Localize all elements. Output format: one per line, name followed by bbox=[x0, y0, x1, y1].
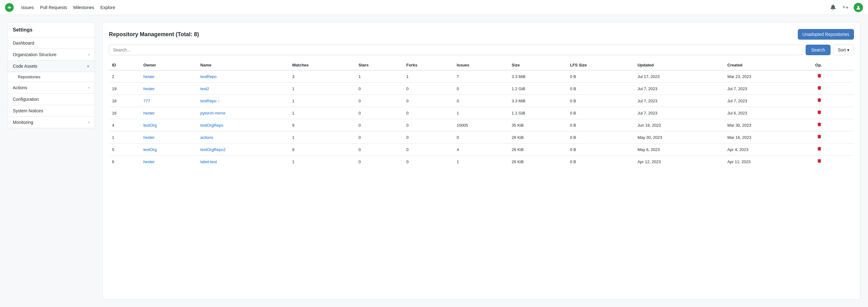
nav-explore[interactable]: Explore bbox=[100, 5, 115, 10]
sidebar-item-organization-structure[interactable]: Organization Structure › bbox=[8, 49, 95, 61]
cell-name: test2 bbox=[197, 83, 289, 95]
cell-stars: 0 bbox=[355, 107, 403, 119]
cell-created: Apr 11, 2023 bbox=[724, 156, 812, 168]
app-logo[interactable] bbox=[5, 3, 14, 12]
fork-icon: ⑂ bbox=[218, 99, 220, 103]
sidebar-item-dashboard[interactable]: Dashboard bbox=[8, 37, 95, 49]
repo-link[interactable]: actions bbox=[200, 135, 213, 140]
nav-right: + bbox=[829, 3, 863, 12]
cell-issues: 1 bbox=[454, 156, 508, 168]
repo-link[interactable]: testOrgRepo2 bbox=[200, 147, 225, 152]
delete-button[interactable] bbox=[815, 85, 824, 92]
owner-link[interactable]: hester bbox=[143, 111, 154, 116]
main-content: Repository Management (Total: 8) Unadopt… bbox=[102, 23, 861, 300]
repo-link[interactable]: testOrgRepo bbox=[200, 123, 223, 128]
owner-link[interactable]: 777 bbox=[143, 99, 150, 103]
delete-button[interactable] bbox=[815, 73, 824, 80]
delete-button[interactable] bbox=[815, 110, 824, 116]
sort-dropdown-icon: ▾ bbox=[847, 48, 849, 53]
cell-owner: testOrg bbox=[140, 144, 197, 156]
cell-issues: 1 bbox=[454, 107, 508, 119]
delete-button[interactable] bbox=[815, 122, 824, 128]
repo-link[interactable]: testRepo bbox=[200, 99, 217, 103]
user-avatar[interactable] bbox=[854, 3, 863, 12]
cell-forks: 0 bbox=[403, 95, 454, 107]
content-header: Repository Management (Total: 8) Unadopt… bbox=[109, 29, 854, 40]
nav-milestones[interactable]: Milestones bbox=[73, 5, 94, 10]
chevron-right-icon-monitoring: › bbox=[88, 120, 90, 124]
delete-button[interactable] bbox=[815, 146, 824, 153]
cell-updated: Jul 7, 2023 bbox=[634, 95, 724, 107]
owner-link[interactable]: hester bbox=[143, 74, 154, 79]
cell-id: 5 bbox=[109, 144, 140, 156]
cell-name: testOrgRepo bbox=[197, 119, 289, 131]
sidebar-item-system-notices[interactable]: System Notices bbox=[8, 105, 95, 117]
owner-link[interactable]: testOrg bbox=[143, 123, 157, 128]
sort-button[interactable]: Sort ▾ bbox=[833, 44, 854, 55]
col-issues: Issues bbox=[454, 60, 508, 70]
cell-issues: 0 bbox=[454, 95, 508, 107]
cell-owner: hester bbox=[140, 156, 197, 168]
cell-lfs-size: 0 B bbox=[567, 70, 634, 83]
col-watches: Watches bbox=[289, 60, 355, 70]
cell-stars: 1 bbox=[355, 70, 403, 83]
cell-id: 6 bbox=[109, 156, 140, 168]
chevron-right-icon: › bbox=[88, 53, 90, 57]
main-layout: Settings Dashboard Organization Structur… bbox=[0, 15, 868, 307]
unadopted-repositories-button[interactable]: Unadopted Repositories bbox=[798, 29, 854, 40]
owner-link[interactable]: hester bbox=[143, 135, 154, 140]
repo-link[interactable]: test2 bbox=[200, 86, 209, 91]
repo-link[interactable]: pytorch-mirror bbox=[200, 111, 225, 116]
col-id: ID bbox=[109, 60, 140, 70]
cell-stars: 0 bbox=[355, 144, 403, 156]
owner-link[interactable]: hester bbox=[143, 86, 154, 91]
table-row: 19 hester test2 1 0 0 0 1.2 GiB 0 B Jul … bbox=[109, 83, 854, 95]
cell-updated: Jun 19, 2023 bbox=[634, 119, 724, 131]
col-updated: Updated bbox=[634, 60, 724, 70]
add-button[interactable]: + bbox=[841, 3, 850, 12]
owner-link[interactable]: testOrg bbox=[143, 147, 157, 152]
owner-link[interactable]: hester bbox=[143, 159, 154, 164]
cell-lfs-size: 0 B bbox=[567, 156, 634, 168]
cell-issues: 0 bbox=[454, 131, 508, 144]
cell-created: Jul 7, 2023 bbox=[724, 95, 812, 107]
cell-updated: Jul 7, 2023 bbox=[634, 83, 724, 95]
nav-issues[interactable]: Issues bbox=[21, 5, 34, 10]
cell-forks: 0 bbox=[403, 131, 454, 144]
cell-id: 19 bbox=[109, 83, 140, 95]
cell-created: Apr 4, 2023 bbox=[724, 144, 812, 156]
table-row: 5 testOrg testOrgRepo2 9 0 0 4 26 KiB 0 … bbox=[109, 144, 854, 156]
sidebar-item-code-assets[interactable]: Code Assets ∨ bbox=[8, 61, 95, 72]
delete-button[interactable] bbox=[815, 134, 824, 141]
search-input[interactable] bbox=[109, 44, 803, 55]
cell-op bbox=[812, 131, 854, 144]
cell-updated: May 6, 2023 bbox=[634, 144, 724, 156]
repo-link[interactable]: testRepo bbox=[200, 74, 217, 79]
notifications-button[interactable] bbox=[829, 3, 837, 11]
cell-op bbox=[812, 156, 854, 168]
cell-watches: 1 bbox=[289, 156, 355, 168]
cell-lfs-size: 0 B bbox=[567, 131, 634, 144]
sidebar-subitem-repositories[interactable]: Repositories bbox=[8, 72, 95, 82]
sidebar-item-monitoring[interactable]: Monitoring › bbox=[8, 117, 95, 128]
content-title: Repository Management (Total: 8) bbox=[109, 31, 199, 38]
table-row: 18 777 testRepo ⑂ 1 0 0 0 3.3 MiB 0 B Ju… bbox=[109, 95, 854, 107]
cell-created: Mar 16, 2023 bbox=[724, 131, 812, 144]
nav-pull-requests[interactable]: Pull Requests bbox=[40, 5, 67, 10]
cell-forks: 0 bbox=[403, 107, 454, 119]
cell-owner: 777 bbox=[140, 95, 197, 107]
cell-forks: 0 bbox=[403, 144, 454, 156]
repo-link[interactable]: label-test bbox=[200, 159, 217, 164]
cell-lfs-size: 0 B bbox=[567, 144, 634, 156]
cell-owner: hester bbox=[140, 131, 197, 144]
search-button[interactable]: Search bbox=[806, 44, 831, 55]
cell-stars: 0 bbox=[355, 156, 403, 168]
cell-size: 26 KiB bbox=[508, 144, 567, 156]
cell-size: 26 KiB bbox=[508, 156, 567, 168]
sidebar-item-actions[interactable]: Actions › bbox=[8, 82, 95, 94]
sidebar-item-configuration[interactable]: Configuration bbox=[8, 94, 95, 105]
delete-button[interactable] bbox=[815, 97, 824, 104]
delete-button[interactable] bbox=[815, 158, 824, 165]
col-name: Name bbox=[197, 60, 289, 70]
cell-watches: 1 bbox=[289, 131, 355, 144]
